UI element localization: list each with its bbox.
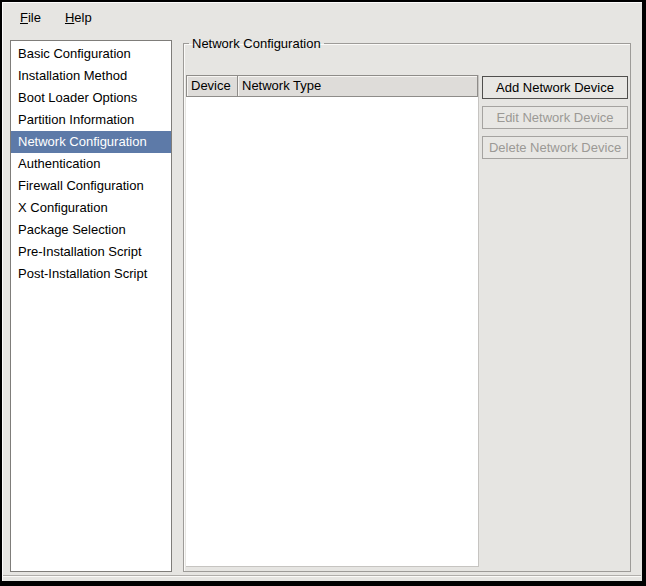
add-network-device-button[interactable]: Add Network Device [482,76,628,99]
column-header-device[interactable]: Device [186,75,238,97]
table-body-empty [186,97,478,566]
sidebar-item-boot-loader-options[interactable]: Boot Loader Options [11,87,171,109]
sidebar-item-pre-installation-script[interactable]: Pre-Installation Script [11,241,171,263]
sidebar-item-x-configuration[interactable]: X Configuration [11,197,171,219]
menu-help[interactable]: Help [53,5,104,30]
window-content: File Help Basic ConfigurationInstallatio… [2,2,642,581]
menu-file-label: ile [28,10,41,25]
network-device-table: Device Network Type [186,75,479,567]
edit-network-device-button[interactable]: Edit Network Device [482,106,628,129]
bottom-groove-line [3,575,641,577]
sidebar-item-authentication[interactable]: Authentication [11,153,171,175]
menu-file-accel: F [20,10,28,25]
sidebar-item-network-configuration[interactable]: Network Configuration [11,131,171,153]
menu-file[interactable]: File [8,5,53,30]
column-header-network-type[interactable]: Network Type [237,75,478,97]
application-window: File Help Basic ConfigurationInstallatio… [0,0,646,586]
menu-help-accel: H [65,10,74,25]
sidebar-item-basic-configuration[interactable]: Basic Configuration [11,43,171,65]
sidebar-item-package-selection[interactable]: Package Selection [11,219,171,241]
delete-network-device-button[interactable]: Delete Network Device [482,136,628,159]
sidebar-item-firewall-configuration[interactable]: Firewall Configuration [11,175,171,197]
menu-help-label: elp [74,10,91,25]
section-list: Basic ConfigurationInstallation MethodBo… [10,40,172,572]
device-action-buttons: Add Network Device Edit Network Device D… [482,76,628,159]
network-configuration-frame: Network Configuration Device Network Typ… [183,36,631,572]
frame-title: Network Configuration [189,36,324,51]
table-header-row: Device Network Type [186,75,478,97]
menubar: File Help [2,2,642,32]
sidebar-item-post-installation-script[interactable]: Post-Installation Script [11,263,171,285]
sidebar-item-partition-information[interactable]: Partition Information [11,109,171,131]
sidebar-item-installation-method[interactable]: Installation Method [11,65,171,87]
